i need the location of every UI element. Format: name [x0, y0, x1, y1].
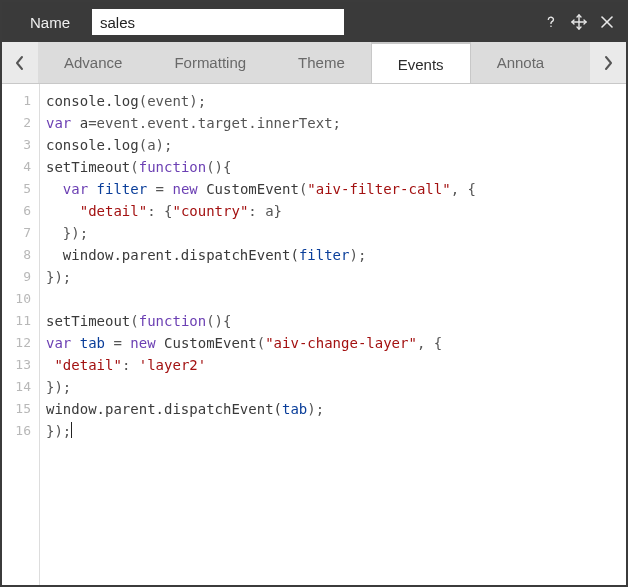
name-input[interactable] — [92, 9, 344, 35]
tab-label: Theme — [298, 54, 345, 71]
tab-label: Formatting — [174, 54, 246, 71]
tab-formatting[interactable]: Formatting — [148, 42, 272, 83]
name-label: Name — [30, 14, 70, 31]
line-number: 12 — [2, 332, 39, 354]
line-number: 11 — [2, 310, 39, 332]
tab-advance[interactable]: Advance — [38, 42, 148, 83]
code-line: }); — [46, 266, 626, 288]
help-icon[interactable] — [542, 13, 560, 31]
line-number: 9 — [2, 266, 39, 288]
code-body[interactable]: console.log(event);var a=event.event.tar… — [40, 84, 626, 585]
code-line: window.parent.dispatchEvent(filter); — [46, 244, 626, 266]
tab-label: Annota — [497, 54, 545, 71]
line-number: 6 — [2, 200, 39, 222]
line-number: 16 — [2, 420, 39, 442]
titlebar-icons — [542, 13, 616, 31]
code-line: "detail": 'layer2' — [46, 354, 626, 376]
tab-annota[interactable]: Annota — [471, 42, 571, 83]
code-line: console.log(event); — [46, 90, 626, 112]
tab-bar: AdvanceFormattingThemeEventsAnnota — [2, 42, 626, 84]
tabs: AdvanceFormattingThemeEventsAnnota — [38, 42, 590, 83]
text-cursor — [71, 422, 72, 438]
code-line: }); — [46, 222, 626, 244]
code-line: var a=event.event.target.innerText; — [46, 112, 626, 134]
line-number: 14 — [2, 376, 39, 398]
code-line — [46, 288, 626, 310]
line-number: 4 — [2, 156, 39, 178]
line-number: 8 — [2, 244, 39, 266]
code-line: }); — [46, 376, 626, 398]
move-icon[interactable] — [570, 13, 588, 31]
tab-label: Advance — [64, 54, 122, 71]
code-line: console.log(a); — [46, 134, 626, 156]
close-icon[interactable] — [598, 13, 616, 31]
code-editor[interactable]: 12345678910111213141516 console.log(even… — [2, 84, 626, 585]
line-number: 7 — [2, 222, 39, 244]
line-number: 1 — [2, 90, 39, 112]
line-number: 5 — [2, 178, 39, 200]
tab-scroll-left[interactable] — [2, 42, 38, 83]
tab-scroll-right[interactable] — [590, 42, 626, 83]
line-number-gutter: 12345678910111213141516 — [2, 84, 40, 585]
line-number: 15 — [2, 398, 39, 420]
properties-panel: Name — [0, 0, 628, 587]
code-line: var filter = new CustomEvent("aiv-filter… — [46, 178, 626, 200]
code-line: setTimeout(function(){ — [46, 156, 626, 178]
code-line: window.parent.dispatchEvent(tab); — [46, 398, 626, 420]
line-number: 13 — [2, 354, 39, 376]
line-number: 10 — [2, 288, 39, 310]
code-line: var tab = new CustomEvent("aiv-change-la… — [46, 332, 626, 354]
code-line: }); — [46, 420, 626, 442]
tab-label: Events — [398, 56, 444, 73]
line-number: 3 — [2, 134, 39, 156]
svg-point-0 — [550, 26, 552, 28]
tab-events[interactable]: Events — [371, 42, 471, 83]
code-line: "detail": {"country": a} — [46, 200, 626, 222]
code-line: setTimeout(function(){ — [46, 310, 626, 332]
line-number: 2 — [2, 112, 39, 134]
tab-theme[interactable]: Theme — [272, 42, 371, 83]
titlebar: Name — [2, 2, 626, 42]
